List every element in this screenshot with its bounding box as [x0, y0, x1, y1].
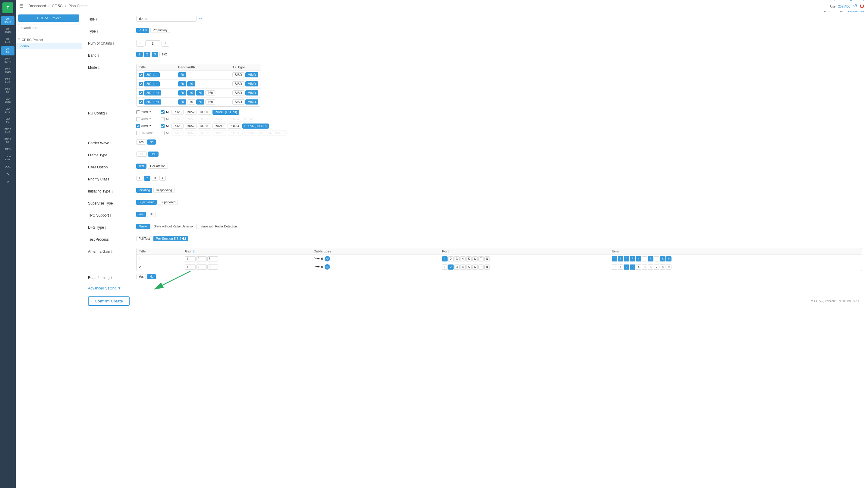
- mode-80211ac-bw-40[interactable]: 40: [187, 90, 195, 96]
- mode-80211a-label-btn[interactable]: 802.11a: [144, 72, 160, 77]
- sidebar-item-srrc-24g[interactable]: SRRC 2.4G: [1, 126, 14, 135]
- sidebar-item-fcc-24g[interactable]: FCC 2.4G: [1, 76, 14, 85]
- mode-80211a-tx-siso[interactable]: SISO: [232, 72, 244, 77]
- supervise-type-supervised-btn[interactable]: Supervised: [158, 200, 178, 205]
- antenna-2-port-6[interactable]: 6: [472, 264, 478, 270]
- sidebar-item-ce-5g[interactable]: CE 5G: [1, 46, 14, 56]
- ru-160mhz-ru996[interactable]: RU996: [242, 130, 256, 135]
- ru-160mhz-ru26[interactable]: RU26: [172, 130, 184, 135]
- ru-160mhz-ru106[interactable]: RU106: [198, 130, 211, 135]
- test-process-full-btn[interactable]: Full Test: [136, 236, 152, 241]
- ru-40mhz-ru106[interactable]: RU106: [198, 117, 211, 122]
- antenna-2-port-4[interactable]: 4: [460, 264, 466, 270]
- sidebar-item-mic-24g[interactable]: MIC 2.4G: [1, 106, 14, 116]
- ru-20mhz-checkbox[interactable]: [136, 110, 140, 114]
- num-chains-plus[interactable]: +: [161, 40, 169, 47]
- tpc-support-info-icon[interactable]: ℹ: [110, 214, 111, 218]
- antenna-1-item-2[interactable]: 2: [624, 256, 629, 261]
- antenna-1-port-2[interactable]: 2: [448, 256, 454, 261]
- carrier-wave-yes-btn[interactable]: Yes: [136, 139, 146, 144]
- ru-40mhz-ru26[interactable]: RU26: [172, 117, 184, 122]
- antenna-2-port-1[interactable]: 1: [442, 264, 447, 270]
- sidebar-item-dfs[interactable]: DFS: [1, 146, 14, 153]
- user-value[interactable]: 252-ABC: [838, 5, 850, 8]
- antenna-1-port-8[interactable]: 8: [484, 256, 490, 261]
- ru-40mhz-all-checkbox[interactable]: [161, 117, 164, 121]
- mode-80211n-label-btn[interactable]: 802.11n: [144, 82, 160, 87]
- breadcrumb-ce5g[interactable]: CE 5G: [52, 4, 63, 8]
- mode-80211n-bw-40[interactable]: 40: [187, 82, 195, 87]
- antenna-2-cable-loss-btn[interactable]: ⚙: [324, 264, 330, 270]
- ru-80mhz-checkbox[interactable]: [136, 124, 140, 128]
- ru-160mhz-checkbox[interactable]: [136, 131, 140, 135]
- antenna-1-item-1[interactable]: 1: [618, 256, 623, 261]
- ru-160mhz-ru484[interactable]: RU484: [227, 130, 241, 135]
- antenna-gain-info-icon[interactable]: ℹ: [111, 250, 113, 254]
- mode-80211ax-bw-80[interactable]: 80: [196, 99, 204, 104]
- antenna-2-item-7[interactable]: 7: [654, 264, 659, 270]
- sidebar-item-doc[interactable]: DOC: [1, 163, 14, 170]
- mode-80211n-tx-siso[interactable]: SISO: [232, 82, 244, 87]
- initiating-type-responding-btn[interactable]: Responding: [153, 188, 174, 193]
- mode-80211ax-bw-160[interactable]: 160: [205, 99, 215, 104]
- sidebar-item-tools[interactable]: 🔧: [1, 171, 14, 178]
- refresh-icon[interactable]: ↺: [853, 3, 858, 9]
- antenna-2-item-8[interactable]: 8: [660, 264, 665, 270]
- antenna-2-port-5[interactable]: 5: [466, 264, 472, 270]
- antenna-2-gain-1[interactable]: [185, 264, 195, 270]
- advanced-setting-toggle[interactable]: Advanced Setting ▼: [88, 286, 862, 290]
- ru-80mhz-ru26[interactable]: RU26: [172, 124, 184, 129]
- priority-class-1-btn[interactable]: 1: [136, 175, 143, 181]
- sidebar-item-srrc-5g[interactable]: SRRC 5G: [1, 136, 14, 145]
- confirm-create-button[interactable]: Confirm Create: [88, 296, 130, 306]
- mode-80211n-bw-20[interactable]: 20: [178, 82, 186, 87]
- ru-80mhz-ru242[interactable]: RU242: [213, 124, 226, 129]
- version-value[interactable]: 2.0 (2021.09.02_15.40.36): [829, 0, 864, 1]
- antenna-2-gain-2[interactable]: [196, 264, 207, 270]
- frame-type-fbe-btn[interactable]: FBE: [136, 152, 147, 157]
- carrier-wave-info-icon[interactable]: ℹ: [110, 141, 112, 145]
- antenna-1-item-8[interactable]: 8: [660, 256, 665, 261]
- antenna-2-item-5[interactable]: 5: [642, 264, 647, 270]
- antenna-1-port-1[interactable]: 1: [442, 256, 447, 261]
- mode-80211ax-tx-mimo[interactable]: MIMO: [245, 99, 258, 104]
- antenna-2-gain-3[interactable]: [207, 264, 218, 270]
- antenna-2-port-2[interactable]: 2: [448, 264, 454, 270]
- sidebar-item-fcc-5gnr[interactable]: FCC 5GNR: [1, 56, 14, 65]
- mode-80211ax-bw-20[interactable]: 20: [178, 99, 186, 104]
- mode-80211ax-checkbox[interactable]: [139, 100, 143, 104]
- menu-icon[interactable]: ☰: [19, 3, 24, 9]
- ru-20mhz-ru26[interactable]: RU26: [172, 110, 184, 115]
- sidebar-item-fcc-234g[interactable]: FCC 234G: [1, 66, 14, 75]
- mode-80211ac-bw-160[interactable]: 160: [205, 90, 215, 96]
- add-project-button[interactable]: + CE 5G Project: [18, 14, 79, 22]
- ru-20mhz-ru52[interactable]: RU52: [185, 110, 197, 115]
- band-1plus2-btn[interactable]: 1+2: [159, 52, 169, 57]
- mode-80211ac-label-btn[interactable]: 802.11ac: [144, 90, 161, 96]
- ru-80mhz-ru106[interactable]: RU106: [198, 124, 211, 129]
- type-proprietary-btn[interactable]: Proprietary: [150, 28, 170, 33]
- antenna-1-gain-3[interactable]: [207, 256, 218, 261]
- mode-80211ac-checkbox[interactable]: [139, 91, 143, 95]
- beamforming-info-icon[interactable]: ℹ: [111, 276, 112, 280]
- ru-80mhz-ru996[interactable]: RU996 (Full RU): [242, 124, 269, 129]
- type-rlan-btn[interactable]: RLAN: [136, 28, 149, 33]
- mode-info-icon[interactable]: ℹ: [98, 66, 99, 70]
- beamforming-yes-btn[interactable]: Yes: [136, 274, 146, 279]
- antenna-1-port-6[interactable]: 6: [472, 256, 478, 261]
- band-2-btn[interactable]: 2: [144, 52, 151, 57]
- ru-40mhz-ru242[interactable]: RU242: [213, 117, 226, 122]
- ru-80mhz-ru484[interactable]: RU484: [227, 124, 241, 129]
- antenna-1-cable-loss-btn[interactable]: ⚙: [324, 256, 330, 261]
- title-info-icon[interactable]: ℹ: [96, 18, 97, 22]
- priority-class-2-btn[interactable]: 2: [144, 175, 151, 181]
- num-chains-info-icon[interactable]: ℹ: [113, 41, 114, 45]
- sidebar-item-ce-24g[interactable]: CE 2.4G: [1, 36, 14, 45]
- cam-option-test-btn[interactable]: Test: [136, 164, 147, 169]
- nav-section-ce5g[interactable]: ⠿ CE 5G Project: [16, 36, 82, 43]
- mode-80211ax-bw-40[interactable]: 40: [187, 99, 195, 104]
- antenna-2-port-8[interactable]: 8: [484, 264, 490, 270]
- antenna-2-item-0[interactable]: 0: [612, 264, 617, 270]
- tpc-support-yes-btn[interactable]: Yes: [136, 212, 146, 217]
- mode-80211a-checkbox[interactable]: [139, 73, 143, 77]
